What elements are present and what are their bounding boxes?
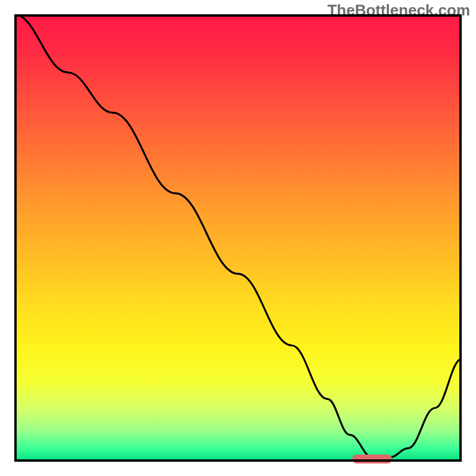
chart-container: TheBottleneck.com: [0, 0, 476, 476]
optimal-marker: [352, 455, 393, 464]
bottleneck-curve: [14, 14, 462, 457]
curve-layer: [14, 14, 462, 462]
plot-area: [14, 14, 462, 462]
